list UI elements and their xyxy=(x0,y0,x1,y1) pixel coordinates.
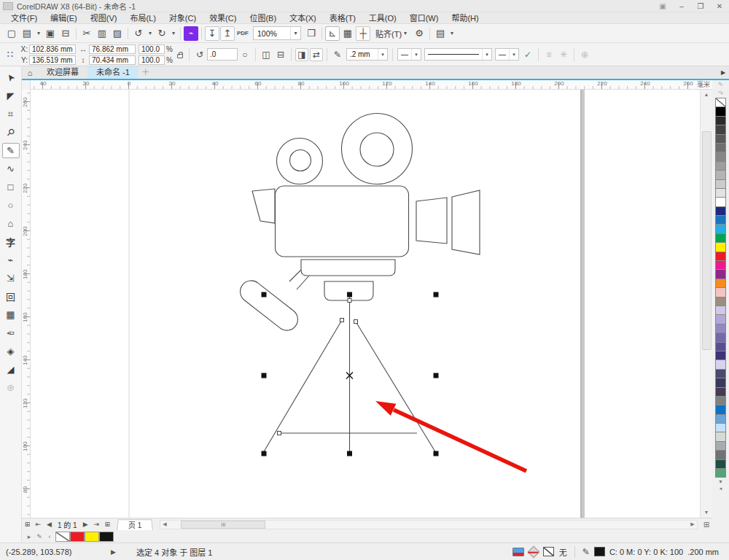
mirror-vertical-button[interactable]: ⊟ xyxy=(274,48,287,61)
camera-lens-outer[interactable] xyxy=(452,190,480,254)
color-swatch[interactable] xyxy=(715,332,726,342)
color-swatch[interactable] xyxy=(715,98,726,107)
chevron-down-icon[interactable]: ▾ xyxy=(411,49,421,60)
chevron-down-icon[interactable]: ▾ xyxy=(378,49,387,60)
menu-layout[interactable]: 布局(L) xyxy=(123,12,162,24)
menu-bitmaps[interactable]: 位图(B) xyxy=(243,12,283,24)
rectangle-tool[interactable]: □ xyxy=(2,179,20,195)
menu-file[interactable]: 文件(F) xyxy=(4,12,44,24)
separator[interactable] xyxy=(427,27,432,40)
restore-button[interactable]: ❐ xyxy=(691,0,710,12)
scroll-left-icon[interactable]: ◀ xyxy=(160,521,169,527)
ruler-origin[interactable] xyxy=(22,80,31,90)
selection-handle-mid-right[interactable] xyxy=(434,373,439,378)
zoom-level-combo[interactable]: 100% ▾ xyxy=(253,26,301,40)
transform-relative-toggle[interactable]: ⇄ xyxy=(310,48,323,61)
scale-v-field[interactable] xyxy=(139,55,165,65)
undo-button[interactable]: ↺ xyxy=(131,26,146,41)
status-expand-icon[interactable]: ▶ xyxy=(111,548,116,556)
horizontal-scrollbar-thumb[interactable] xyxy=(181,521,265,529)
color-swatch[interactable] xyxy=(715,414,726,424)
color-swatch[interactable] xyxy=(715,306,726,315)
palette-undo-icon[interactable]: ↷ xyxy=(718,89,724,98)
camera-drawing[interactable] xyxy=(236,114,480,454)
tripod-mount[interactable] xyxy=(324,281,373,300)
pen-tool[interactable]: ✎ xyxy=(2,143,20,158)
line-style-combo[interactable]: ▾ xyxy=(424,48,492,61)
vertical-scrollbar[interactable]: ▲ ▼ xyxy=(700,90,712,518)
panels-caret[interactable]: ▾ xyxy=(448,26,456,41)
color-swatch[interactable] xyxy=(715,396,726,405)
bspline-tool[interactable]: ∿ xyxy=(2,161,20,176)
color-swatch[interactable] xyxy=(715,287,726,297)
chevron-down-icon[interactable]: ▾ xyxy=(290,27,300,39)
selection-handle-top-right[interactable] xyxy=(434,292,439,298)
color-swatch[interactable] xyxy=(715,378,726,387)
menu-window[interactable]: 窗口(W) xyxy=(403,12,445,24)
scroll-down-icon[interactable]: ▼ xyxy=(701,508,712,518)
close-curve-button[interactable]: ✓ xyxy=(521,48,534,61)
palette-scroll-down-icon[interactable]: ▼ xyxy=(718,479,723,484)
document-color-swatch[interactable] xyxy=(70,532,85,542)
color-swatch[interactable] xyxy=(715,188,726,198)
tab-untitled[interactable]: 未命名 -1 xyxy=(87,66,139,79)
add-page-after-button[interactable]: ⊞ xyxy=(102,518,113,530)
align-button[interactable]: ≡ xyxy=(542,48,555,61)
color-swatch[interactable] xyxy=(715,233,726,243)
color-swatch[interactable] xyxy=(715,206,726,216)
color-swatch[interactable] xyxy=(715,405,726,414)
publish-pdf-button[interactable]: PDF xyxy=(235,26,250,41)
fill-indicator-icon[interactable] xyxy=(527,545,539,558)
smart-fill-tool[interactable]: ◈ xyxy=(2,343,20,359)
separator[interactable] xyxy=(74,27,79,40)
color-swatch[interactable] xyxy=(715,116,726,125)
object-width-field[interactable] xyxy=(89,44,136,54)
palette-eyedropper-icon[interactable]: ✎ xyxy=(718,80,724,89)
zoom-tool[interactable]: ⚲ xyxy=(2,125,20,140)
undo-caret[interactable]: ▾ xyxy=(147,26,154,41)
minimize-button[interactable]: – xyxy=(672,0,691,12)
search-content-button[interactable]: ⌁ xyxy=(184,26,198,41)
camera-bracket[interactable] xyxy=(301,260,395,276)
color-swatch[interactable] xyxy=(715,459,726,469)
vertical-ruler[interactable]: 26024022020018016014012010080 xyxy=(22,90,31,518)
color-swatch[interactable] xyxy=(715,143,726,152)
add-page-before-button[interactable]: ⊞ xyxy=(22,518,33,530)
position-button[interactable]: ✳ xyxy=(557,48,570,61)
fill-none-swatch[interactable] xyxy=(543,547,554,556)
contour-tool[interactable]: 回 xyxy=(2,289,20,304)
sign-in-icon[interactable]: ▣ xyxy=(653,0,672,12)
menu-effects[interactable]: 效果(C) xyxy=(203,12,243,24)
color-swatch[interactable] xyxy=(715,441,726,451)
menu-help[interactable]: 帮助(H) xyxy=(445,12,485,24)
scroll-right-icon[interactable]: ▶ xyxy=(688,521,697,527)
color-swatch[interactable] xyxy=(715,179,726,189)
selection-handle-top-center[interactable] xyxy=(347,292,352,298)
mirror-horizontal-button[interactable]: ◫ xyxy=(260,48,273,61)
add-preset-button[interactable]: ⊕ xyxy=(578,48,591,61)
show-guidelines-button[interactable]: ┼ xyxy=(356,26,370,41)
tab-welcome[interactable]: 欢迎屏幕 xyxy=(38,66,87,79)
color-swatch[interactable] xyxy=(715,134,726,144)
object-height-field[interactable] xyxy=(89,55,136,65)
color-swatch[interactable] xyxy=(715,314,726,324)
panels-button[interactable]: ▤ xyxy=(433,26,448,41)
color-swatch[interactable] xyxy=(715,215,726,225)
rotation-angle-field[interactable] xyxy=(207,48,238,61)
menu-edit[interactable]: 编辑(E) xyxy=(44,12,84,24)
vertical-scrollbar-thumb[interactable] xyxy=(702,131,712,350)
scroll-up-icon[interactable]: ▲ xyxy=(701,90,712,100)
cut-button[interactable]: ✂ xyxy=(79,26,94,41)
color-swatch[interactable] xyxy=(715,106,726,116)
first-page-button[interactable]: ⇤ xyxy=(33,518,44,530)
home-icon[interactable]: ⌂ xyxy=(22,66,38,79)
color-swatch[interactable] xyxy=(715,297,726,306)
chevron-down-icon[interactable]: ▾ xyxy=(482,49,491,60)
palette-flyout-icon[interactable]: ◂ xyxy=(720,486,722,491)
new-tab-button[interactable]: ＋ xyxy=(139,66,153,79)
add-tool-button[interactable]: ⊕ xyxy=(2,380,20,395)
selection-handle-bottom-center[interactable] xyxy=(347,451,352,456)
color-swatch[interactable] xyxy=(715,125,726,134)
document-color-swatch[interactable] xyxy=(85,532,99,542)
color-swatch[interactable] xyxy=(715,260,726,270)
